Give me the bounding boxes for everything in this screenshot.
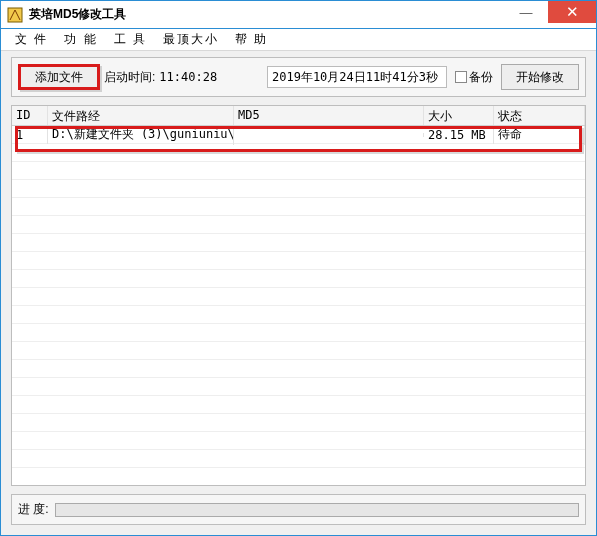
table-row (12, 342, 585, 360)
table-row (12, 450, 585, 468)
checkbox-icon (455, 71, 467, 83)
table-row (12, 162, 585, 180)
table-row (12, 306, 585, 324)
table-row (12, 414, 585, 432)
col-header-size[interactable]: 大小 (424, 106, 494, 125)
menu-bar: 文 件 功 能 工 具 最顶大小 帮 助 (1, 29, 596, 51)
start-modify-button[interactable]: 开始修改 (501, 64, 579, 90)
file-table: ID 文件路经 MD5 大小 状态 1 D:\新建文件夹 (3)\guniuni… (11, 105, 586, 486)
minimize-button[interactable]: — (504, 1, 548, 23)
menu-file[interactable]: 文 件 (7, 29, 56, 50)
timestamp-display: 2019年10月24日11时41分3秒 (267, 66, 447, 88)
cell-path: D:\新建文件夹 (3)\guniuniu\b... (48, 126, 234, 145)
table-row (12, 180, 585, 198)
table-row (12, 378, 585, 396)
col-header-md5[interactable]: MD5 (234, 106, 424, 125)
table-row[interactable]: 1 D:\新建文件夹 (3)\guniuniu\b... 28.15 MB 待命 (12, 126, 585, 144)
table-row (12, 252, 585, 270)
menu-help[interactable]: 帮 助 (227, 29, 276, 50)
status-bar: 进 度: (11, 494, 586, 525)
cell-size: 28.15 MB (424, 126, 494, 144)
table-row (12, 360, 585, 378)
menu-function[interactable]: 功 能 (56, 29, 105, 50)
app-icon (7, 7, 23, 23)
col-header-id[interactable]: ID (12, 106, 48, 125)
col-header-path[interactable]: 文件路经 (48, 106, 234, 125)
toolbar: 添加文件 启动时间: 11:40:28 2019年10月24日11时41分3秒 … (11, 57, 586, 97)
table-row (12, 270, 585, 288)
cell-status: 待命 (494, 126, 585, 145)
start-time-value: 11:40:28 (159, 70, 217, 84)
progress-label: 进 度: (18, 501, 49, 518)
backup-label: 备份 (469, 69, 493, 86)
table-body[interactable]: 1 D:\新建文件夹 (3)\guniuniu\b... 28.15 MB 待命 (12, 126, 585, 485)
table-row (12, 144, 585, 162)
close-button[interactable]: ✕ (548, 1, 596, 23)
table-header: ID 文件路经 MD5 大小 状态 (12, 106, 585, 126)
table-row (12, 216, 585, 234)
table-row (12, 198, 585, 216)
table-row (12, 396, 585, 414)
menu-tool[interactable]: 工 具 (106, 29, 155, 50)
table-row (12, 324, 585, 342)
cell-id: 1 (12, 126, 48, 144)
window-title: 英培MD5修改工具 (29, 6, 126, 23)
backup-checkbox[interactable]: 备份 (455, 69, 493, 86)
cell-md5 (234, 133, 424, 137)
add-file-button[interactable]: 添加文件 (18, 64, 100, 90)
start-time-label: 启动时间: (104, 69, 155, 86)
progress-bar (55, 503, 579, 517)
table-row (12, 234, 585, 252)
table-row (12, 432, 585, 450)
timestamp-text: 2019年10月24日11时41分3秒 (272, 69, 438, 86)
window-controls: — ✕ (504, 1, 596, 23)
menu-topmost[interactable]: 最顶大小 (155, 29, 227, 50)
app-window: 英培MD5修改工具 — ✕ 文 件 功 能 工 具 最顶大小 帮 助 添加文件 … (0, 0, 597, 536)
table-row (12, 288, 585, 306)
title-bar: 英培MD5修改工具 — ✕ (1, 1, 596, 29)
col-header-status[interactable]: 状态 (494, 106, 585, 125)
